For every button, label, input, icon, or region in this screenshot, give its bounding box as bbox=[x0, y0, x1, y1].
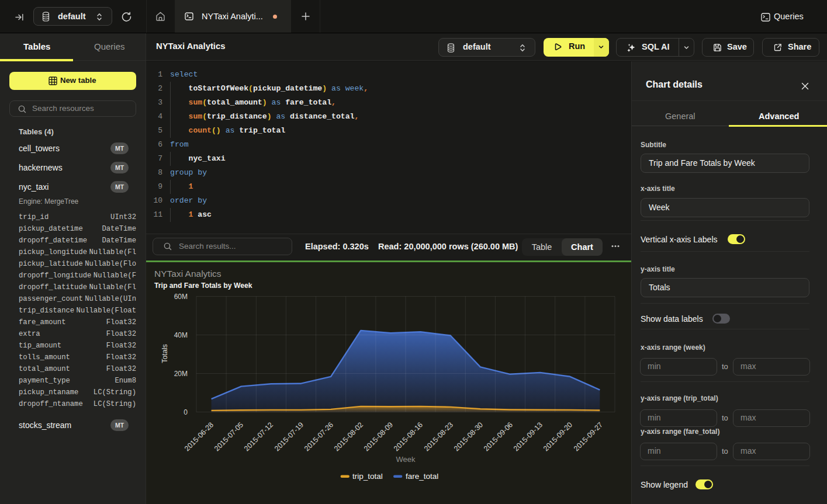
svg-text:Totals: Totals bbox=[161, 344, 169, 363]
svg-text:60M: 60M bbox=[174, 293, 188, 301]
svg-text:2015-09-20: 2015-09-20 bbox=[542, 420, 574, 453]
svg-text:2015-08-30: 2015-08-30 bbox=[452, 420, 485, 453]
svg-text:fare_total: fare_total bbox=[406, 472, 438, 481]
svg-text:2015-08-02: 2015-08-02 bbox=[333, 420, 365, 453]
svg-text:Week: Week bbox=[396, 455, 416, 464]
svg-text:2015-09-13: 2015-09-13 bbox=[512, 420, 544, 453]
svg-text:NYTaxi Analytics: NYTaxi Analytics bbox=[154, 269, 222, 279]
svg-text:2015-06-28: 2015-06-28 bbox=[183, 420, 215, 453]
svg-text:2015-09-06: 2015-09-06 bbox=[482, 420, 514, 453]
svg-text:2015-08-09: 2015-08-09 bbox=[362, 420, 395, 453]
svg-text:2015-08-23: 2015-08-23 bbox=[423, 420, 455, 453]
svg-text:2015-07-12: 2015-07-12 bbox=[243, 420, 275, 453]
svg-text:2015-07-19: 2015-07-19 bbox=[273, 420, 305, 453]
svg-text:20M: 20M bbox=[174, 370, 188, 378]
svg-text:2015-07-05: 2015-07-05 bbox=[213, 420, 245, 453]
svg-text:0: 0 bbox=[184, 408, 188, 416]
svg-text:Trip and Fare Totals by Week: Trip and Fare Totals by Week bbox=[154, 281, 252, 290]
svg-text:2015-07-26: 2015-07-26 bbox=[303, 420, 335, 453]
svg-text:2015-09-27: 2015-09-27 bbox=[572, 420, 604, 453]
svg-text:40M: 40M bbox=[174, 331, 188, 339]
svg-text:2015-08-16: 2015-08-16 bbox=[392, 420, 424, 453]
svg-text:trip_total: trip_total bbox=[352, 472, 383, 481]
